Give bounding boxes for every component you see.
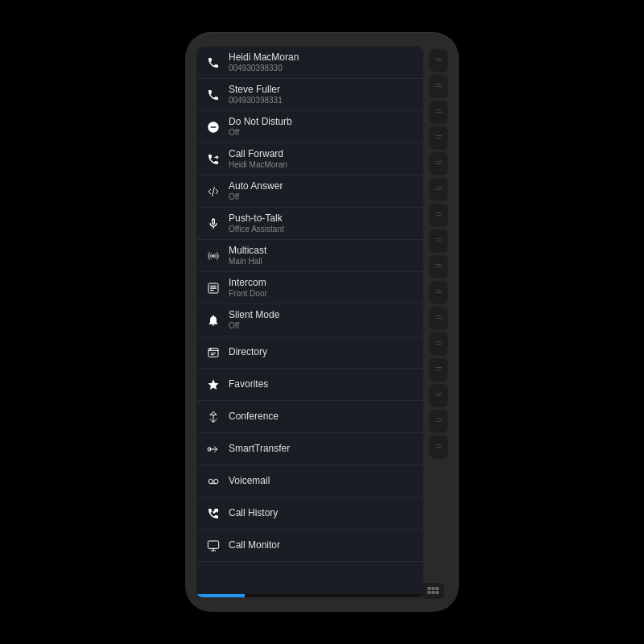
svg-rect-17 <box>436 109 442 110</box>
menu-item-auto-answer[interactable]: Auto AnswerOff <box>196 175 423 208</box>
svg-rect-25 <box>436 213 442 213</box>
svg-rect-3 <box>210 290 214 291</box>
svg-point-7 <box>208 479 213 483</box>
menu-item-call-monitor[interactable]: Call Monitor <box>196 530 423 562</box>
side-button-1[interactable] <box>430 48 448 71</box>
menu-item-text-steve-fuller: Steve Fuller004930398331 <box>229 84 283 105</box>
menu-item-text-silent-mode: Silent ModeOff <box>229 309 279 330</box>
menu-item-sub-push-to-talk: Office Assistant <box>229 225 284 234</box>
menu-item-text-favorites: Favorites <box>229 378 268 390</box>
multicast-icon <box>204 250 222 262</box>
menu-item-intercom[interactable]: IntercomFront Door <box>196 272 423 304</box>
menu-item-name-voicemail: Voicemail <box>229 475 270 486</box>
bottom-indicator <box>422 583 444 599</box>
menu-item-name-conference: Conference <box>229 411 279 422</box>
svg-rect-43 <box>436 444 442 445</box>
menu-item-call-history[interactable]: Call History <box>196 497 423 530</box>
svg-point-8 <box>214 479 218 483</box>
svg-rect-21 <box>436 161 442 162</box>
menu-item-directory[interactable]: Directory <box>196 336 423 369</box>
menu-item-sub-steve-fuller: 004930398331 <box>229 96 283 105</box>
menu-item-text-intercom: IntercomFront Door <box>229 277 267 298</box>
progress-bar-fill <box>196 594 245 597</box>
svg-rect-47 <box>436 587 439 590</box>
side-button-7[interactable] <box>430 203 448 225</box>
side-button-13[interactable] <box>430 357 448 380</box>
side-button-11[interactable] <box>430 306 448 328</box>
side-button-15[interactable] <box>430 409 448 431</box>
svg-rect-24 <box>436 189 442 190</box>
menu-item-text-multicast: MulticastMain Hall <box>229 245 266 266</box>
call-monitor-icon <box>204 539 222 552</box>
svg-rect-45 <box>427 587 431 590</box>
directory-icon <box>204 346 222 359</box>
menu-item-text-directory: Directory <box>229 346 267 357</box>
svg-rect-28 <box>436 241 442 242</box>
svg-rect-30 <box>436 266 442 267</box>
push-to-talk-icon <box>204 217 222 230</box>
svg-rect-41 <box>436 419 442 419</box>
menu-item-text-push-to-talk: Push-to-TalkOffice Assistant <box>229 213 284 233</box>
svg-rect-36 <box>436 344 442 345</box>
menu-item-text-call-forward: Call ForwardHeidi MacMoran <box>229 148 287 169</box>
side-button-16[interactable] <box>430 435 448 457</box>
menu-item-name-smart-transfer: SmartTransfer <box>229 443 290 454</box>
star-icon <box>204 378 222 391</box>
svg-rect-46 <box>431 587 435 590</box>
side-button-8[interactable] <box>430 229 448 251</box>
side-button-10[interactable] <box>430 280 448 303</box>
menu-item-multicast[interactable]: MulticastMain Hall <box>196 240 423 272</box>
svg-rect-50 <box>436 591 439 594</box>
menu-item-text-heidi-macmoran: Heidi MacMoran004930398330 <box>229 52 299 72</box>
side-button-6[interactable] <box>430 177 448 200</box>
svg-rect-38 <box>436 369 442 370</box>
menu-item-push-to-talk[interactable]: Push-to-TalkOffice Assistant <box>196 208 423 240</box>
menu-item-favorites[interactable]: Favorites <box>196 369 423 401</box>
phone-icon <box>204 56 222 69</box>
svg-rect-15 <box>436 84 442 85</box>
auto-answer-icon <box>204 185 222 198</box>
svg-rect-32 <box>436 292 442 293</box>
menu-item-smart-transfer[interactable]: SmartTransfer <box>196 433 423 465</box>
menu-item-conference[interactable]: Conference <box>196 401 423 433</box>
menu-item-steve-fuller[interactable]: Steve Fuller004930398331 <box>196 79 423 111</box>
svg-rect-4 <box>208 348 218 357</box>
intercom-icon <box>204 282 222 295</box>
svg-rect-37 <box>436 367 442 368</box>
menu-item-silent-mode[interactable]: Silent ModeOff <box>196 304 423 336</box>
side-button-4[interactable] <box>430 126 448 148</box>
svg-rect-35 <box>436 341 442 342</box>
side-buttons-column <box>430 47 448 597</box>
svg-rect-18 <box>436 112 442 113</box>
svg-rect-1 <box>210 285 217 286</box>
svg-rect-44 <box>436 447 442 448</box>
svg-rect-31 <box>436 290 442 291</box>
side-button-9[interactable] <box>430 254 448 277</box>
svg-rect-42 <box>436 421 442 422</box>
bell-icon <box>204 314 222 327</box>
svg-rect-13 <box>436 58 442 59</box>
svg-rect-49 <box>431 591 435 594</box>
side-button-3[interactable] <box>430 100 448 122</box>
side-button-2[interactable] <box>430 74 448 97</box>
svg-rect-40 <box>436 395 442 396</box>
svg-rect-2 <box>210 287 217 288</box>
menu-item-sub-heidi-macmoran: 004930398330 <box>229 64 299 73</box>
svg-rect-20 <box>436 138 442 138</box>
svg-rect-16 <box>436 86 442 87</box>
menu-item-call-forward[interactable]: Call ForwardHeidi MacMoran <box>196 143 423 175</box>
menu-item-do-not-disturb[interactable]: Do Not DisturbOff <box>196 111 423 143</box>
menu-item-name-auto-answer: Auto Answer <box>229 180 283 192</box>
device: Heidi MacMoran004930398330Steve Fuller00… <box>185 32 459 612</box>
menu-item-voicemail[interactable]: Voicemail <box>196 465 423 497</box>
side-button-14[interactable] <box>430 383 448 406</box>
menu-item-name-directory: Directory <box>229 346 267 357</box>
svg-rect-33 <box>436 316 442 316</box>
menu-item-heidi-macmoran[interactable]: Heidi MacMoran004930398330 <box>196 47 423 79</box>
call-forward-icon <box>204 153 222 166</box>
side-button-12[interactable] <box>430 332 448 354</box>
side-button-5[interactable] <box>430 151 448 174</box>
svg-rect-22 <box>436 163 442 164</box>
menu-item-text-conference: Conference <box>229 411 279 422</box>
phone-icon <box>204 89 222 101</box>
